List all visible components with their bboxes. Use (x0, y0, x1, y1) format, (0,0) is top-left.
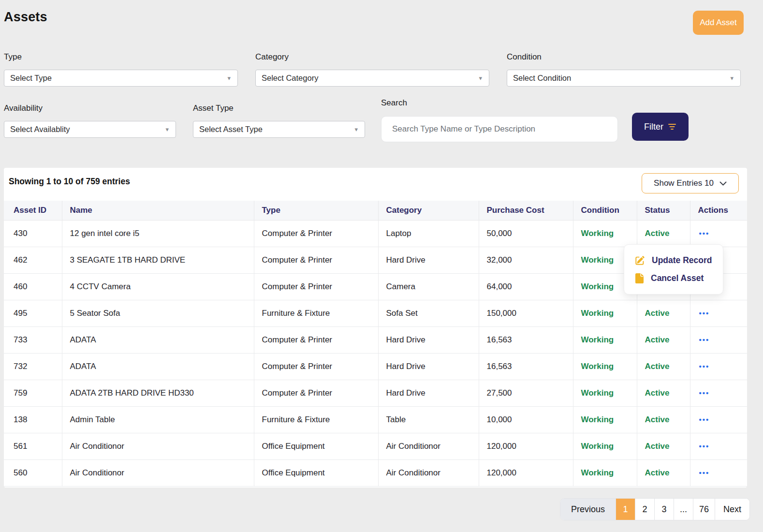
update-record-label: Update Record (652, 255, 712, 266)
cell-asset-id: 462 (4, 247, 62, 273)
cell-condition: Working (573, 220, 637, 247)
row-actions-button[interactable]: ••• (698, 309, 711, 317)
cell-category: Air Conditionor (378, 433, 479, 459)
pagination-page-button[interactable]: 3 (654, 499, 674, 520)
asset-type-filter-label: Asset Type (193, 103, 234, 113)
cell-name: 3 SEAGATE 1TB HARD DRIVE (62, 247, 254, 273)
pagination-previous-button[interactable]: Previous (560, 499, 616, 520)
column-header-status: Status (637, 201, 690, 220)
cell-type: Computer & Printer (254, 247, 378, 273)
category-select-value: Select Category (262, 74, 318, 83)
cell-type: Computer & Printer (254, 220, 378, 247)
page-title: Assets (4, 10, 47, 25)
search-label: Search (381, 98, 407, 108)
column-header-actions: Actions (690, 201, 747, 220)
availability-select[interactable]: Select Availablity ▾ (4, 121, 176, 138)
cell-type: Computer & Printer (254, 273, 378, 300)
cell-type: Furniture & Fixture (254, 406, 378, 433)
table-row: 560 Air Conditionor Office Equipment Air… (4, 459, 747, 486)
cell-name: Air Conditionor (62, 459, 254, 486)
chevron-down-icon (719, 181, 727, 186)
table-row: 138 Admin Table Furniture & Fixture Tabl… (4, 406, 747, 433)
cell-type: Computer & Printer (254, 326, 378, 353)
update-record-menu-item[interactable]: Update Record (635, 255, 723, 266)
type-select[interactable]: Select Type ▾ (4, 70, 238, 87)
cell-status: Active (637, 353, 690, 380)
row-actions-menu: Update Record Cancel Asset (624, 244, 723, 295)
filter-button[interactable]: Filter (632, 113, 689, 141)
cell-category: Table (378, 406, 479, 433)
table-row: 430 12 gen intel core i5 Computer & Prin… (4, 220, 747, 247)
column-header-type: Type (254, 201, 378, 220)
condition-select-value: Select Condition (513, 74, 571, 83)
cell-status: Active (637, 433, 690, 459)
pagination-page-button[interactable]: ... (674, 499, 693, 520)
cell-condition: Working (573, 406, 637, 433)
column-header-asset-id: Asset ID (4, 201, 62, 220)
show-entries-select[interactable]: Show Entries 10 (642, 173, 739, 193)
cell-name: 12 gen intel core i5 (62, 220, 254, 247)
cell-name: ADATA (62, 353, 254, 380)
row-actions-button[interactable]: ••• (698, 442, 711, 450)
cell-condition: Working (573, 380, 637, 406)
category-select[interactable]: Select Category ▾ (255, 70, 489, 87)
row-actions-button[interactable]: ••• (698, 469, 711, 477)
cell-name: 5 Seator Sofa (62, 300, 254, 326)
condition-filter-label: Condition (507, 52, 542, 62)
asset-type-select[interactable]: Select Asset Type ▾ (193, 121, 365, 138)
pagination-page-button[interactable]: 76 (693, 499, 715, 520)
cancel-asset-menu-item[interactable]: Cancel Asset (635, 273, 723, 283)
cell-status: Active (637, 300, 690, 326)
cell-condition: Working (573, 459, 637, 486)
condition-select[interactable]: Select Condition ▾ (507, 70, 741, 87)
cell-actions: ••• (690, 406, 747, 433)
cell-name: ADATA 2TB HARD DRIVE HD330 (62, 380, 254, 406)
cell-actions: ••• (690, 220, 747, 247)
add-asset-button[interactable]: Add Asset (693, 11, 744, 35)
cell-actions: ••• (690, 300, 747, 326)
row-actions-button[interactable]: ••• (698, 415, 711, 424)
pagination-page-button[interactable]: 1 (616, 499, 635, 520)
cell-type: Computer & Printer (254, 380, 378, 406)
cell-status: Active (637, 459, 690, 486)
cell-purchase-cost: 10,000 (479, 406, 573, 433)
availability-select-value: Select Availablity (10, 125, 70, 134)
row-actions-button[interactable]: ••• (698, 389, 711, 397)
cell-name: 4 CCTV Camera (62, 273, 254, 300)
cell-actions: ••• (690, 380, 747, 406)
cell-asset-id: 495 (4, 300, 62, 326)
cell-status: Active (637, 220, 690, 247)
column-header-name: Name (62, 201, 254, 220)
category-filter-label: Category (255, 52, 289, 62)
cell-status: Active (637, 380, 690, 406)
cell-purchase-cost: 50,000 (479, 220, 573, 247)
cell-actions: ••• (690, 459, 747, 486)
cell-asset-id: 138 (4, 406, 62, 433)
cell-category: Hard Drive (378, 247, 479, 273)
cell-purchase-cost: 64,000 (479, 273, 573, 300)
cell-status: Active (637, 326, 690, 353)
cell-category: Laptop (378, 220, 479, 247)
row-actions-button[interactable]: ••• (698, 362, 711, 370)
pagination-next-button[interactable]: Next (715, 499, 749, 520)
column-header-category: Category (378, 201, 479, 220)
assets-table-card: Showing 1 to 10 of 759 entries Show Entr… (4, 168, 747, 488)
row-actions-button[interactable]: ••• (698, 229, 711, 237)
availability-filter-label: Availability (4, 103, 43, 113)
cell-type: Office Equipment (254, 433, 378, 459)
edit-icon (635, 255, 645, 266)
search-input[interactable] (381, 116, 618, 142)
cell-actions: ••• (690, 433, 747, 459)
cell-purchase-cost: 120,000 (479, 433, 573, 459)
cell-category: Hard Drive (378, 380, 479, 406)
cell-category: Sofa Set (378, 300, 479, 326)
cell-type: Furniture & Fixture (254, 300, 378, 326)
pagination: Previous 1 2 3 ... 76 Next (560, 498, 750, 520)
column-header-purchase-cost: Purchase Cost (479, 201, 573, 220)
row-actions-button[interactable]: ••• (698, 336, 711, 344)
asset-type-select-value: Select Asset Type (199, 125, 263, 134)
cell-asset-id: 460 (4, 273, 62, 300)
cell-asset-id: 561 (4, 433, 62, 459)
pagination-page-button[interactable]: 2 (635, 499, 654, 520)
cell-asset-id: 430 (4, 220, 62, 247)
